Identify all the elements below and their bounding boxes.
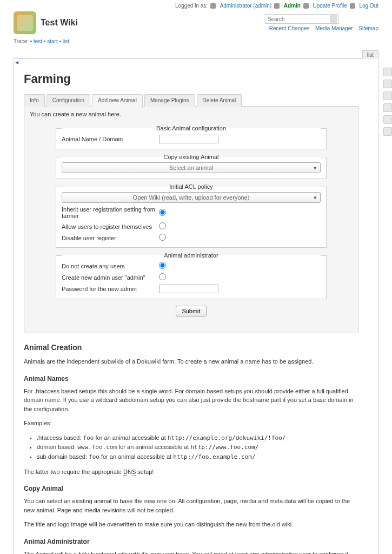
submit-button[interactable]: Submit	[176, 306, 206, 316]
allow-radio[interactable]	[159, 222, 166, 229]
topbar: Logged in as: Administrator (admin) Admi…	[14, 0, 378, 11]
disable-radio[interactable]	[159, 234, 166, 241]
subscribe-icon[interactable]	[383, 103, 392, 112]
collapse-arrow-icon[interactable]: ◀	[15, 60, 18, 65]
revisions-icon[interactable]	[383, 80, 392, 88]
user-link[interactable]: Administrator (admin)	[220, 3, 272, 9]
inherit-radio[interactable]	[159, 209, 166, 216]
export-icon[interactable]	[383, 115, 392, 124]
examples-label: Examples:	[24, 419, 358, 428]
examples-list: .htaccess based: foo for an animal acces…	[37, 433, 358, 462]
media-manager-link[interactable]: Media Manager	[315, 25, 353, 31]
animal-name-input[interactable]	[159, 135, 218, 143]
site-title: Test Wiki	[41, 18, 78, 28]
example-domain: domain based: www.foo.com for an animal …	[37, 443, 358, 452]
sitemap-link[interactable]: Sitemap	[358, 25, 378, 31]
copy-animal-heading: Copy Animal	[24, 485, 358, 492]
admin-heading: Animal Administrator	[24, 538, 358, 545]
admin-password-input[interactable]	[159, 285, 218, 293]
no-create-radio[interactable]	[159, 262, 166, 269]
search-input[interactable]	[265, 14, 338, 24]
tab-add-new-animal[interactable]: Add new Animal	[92, 94, 143, 107]
site-logo	[14, 11, 36, 34]
tab-configuration[interactable]: Configuration	[46, 94, 90, 107]
fieldset-copy: Copy existing Animal Select an animal	[56, 154, 327, 179]
copy-desc1: You can select an existing animal to bas…	[24, 497, 358, 515]
dns-note: The latter two require the appropriate D…	[24, 467, 358, 477]
legend-acl: Initial ACL policy	[62, 183, 321, 190]
top-icon[interactable]	[383, 127, 392, 136]
creation-desc: Animals are the independent subwikis of …	[24, 357, 358, 366]
trace-test[interactable]: test	[34, 38, 42, 44]
tab-bar: Info Configuration Add new Animal Manage…	[24, 94, 358, 107]
example-subdomain: sub domain based: foo for an animal acce…	[37, 452, 358, 462]
animal-names-heading: Animal Names	[24, 375, 358, 382]
fieldset-basic: Basic Animal configuration Animal Name /…	[56, 125, 327, 149]
fieldset-admin: Animal administrator Do not create any u…	[56, 252, 327, 299]
legend-copy: Copy existing Animal	[62, 154, 321, 160]
trace-start[interactable]: start	[47, 38, 57, 44]
acl-policy-select[interactable]: Open Wiki (read, write, upload for every…	[62, 192, 321, 203]
profile-icon	[303, 3, 309, 9]
logout-icon	[350, 3, 355, 9]
animal-creation-heading: Animal Creation	[24, 343, 358, 352]
panel-tab: list	[362, 50, 378, 59]
recent-changes-link[interactable]: Recent Changes	[269, 25, 310, 31]
create-admin-label: Create new admin user "admin"	[62, 274, 159, 281]
names-desc: For .htaccess based setups this should b…	[24, 387, 358, 414]
copy-animal-select[interactable]: Select an animal	[62, 162, 321, 173]
update-profile-link[interactable]: Update Profile	[313, 3, 347, 9]
main-panel: list ◀ Farming Info Configuration Add ne…	[14, 58, 378, 554]
tab-delete-animal[interactable]: Delete Animal	[197, 94, 242, 107]
fieldset-acl: Initial ACL policy Open Wiki (read, writ…	[56, 183, 327, 248]
search-button[interactable]	[330, 15, 337, 23]
dns-abbr: DNS	[123, 469, 136, 476]
animal-name-label: Animal Name / Domain	[62, 136, 159, 142]
admin-link[interactable]: Admin	[284, 3, 301, 9]
no-create-label: Do not create any users	[62, 263, 159, 269]
backlinks-icon[interactable]	[383, 91, 392, 100]
breadcrumb: Trace: • test • start • list	[14, 38, 378, 47]
logout-link[interactable]: Log Out	[359, 3, 378, 9]
tab-manage-plugins[interactable]: Manage Plugins	[144, 94, 195, 107]
intro-text: You can create a new animal here.	[30, 111, 353, 117]
copy-desc2: The title and logo image will be overwri…	[24, 520, 358, 529]
create-admin-radio[interactable]	[159, 273, 166, 280]
logged-in-label: Logged in as:	[175, 3, 208, 9]
admin-desc1: The Animal will be a fully functional wi…	[24, 550, 358, 554]
legend-admin: Animal administrator	[62, 252, 321, 259]
disable-label: Disable user register	[62, 235, 159, 241]
tab-info[interactable]: Info	[24, 94, 45, 107]
page-title: Farming	[24, 72, 358, 86]
inherit-label: Inherit user registration setting from f…	[62, 206, 159, 219]
example-htaccess: .htaccess based: foo for an animal acces…	[37, 433, 358, 443]
legend-basic: Basic Animal configuration	[62, 125, 321, 131]
gear-icon	[274, 3, 280, 9]
password-label: Password for the new admin	[62, 286, 159, 292]
trace-list[interactable]: list	[63, 38, 69, 44]
allow-label: Allow users to register themselves	[62, 223, 159, 230]
page-icon[interactable]	[383, 68, 392, 76]
user-icon	[210, 3, 216, 9]
